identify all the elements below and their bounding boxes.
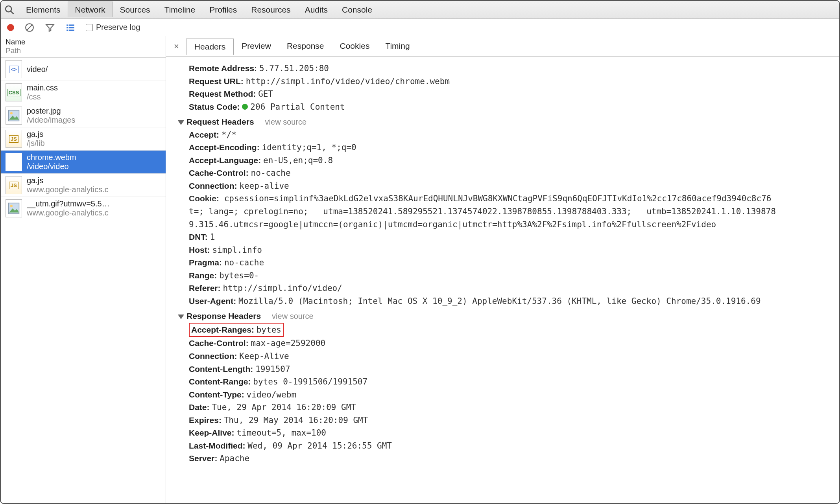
record-icon[interactable] — [7, 24, 14, 31]
header-row: Cache-Control: no-cache — [189, 167, 831, 180]
remote-address-label: Remote Address: — [189, 64, 257, 73]
remote-address-value: 5.77.51.205:80 — [259, 64, 329, 73]
cookie-line1: cpsession=simplinf%3aeDkLdG2elvxaS38KAur… — [224, 194, 772, 203]
filter-icon[interactable] — [45, 22, 55, 33]
svg-line-3 — [27, 25, 32, 30]
header-row: DNT: 1 — [189, 231, 831, 244]
chevron-down-icon — [178, 120, 184, 125]
header-row: User-Agent: Mozilla/5.0 (Macintosh; Inte… — [189, 295, 831, 308]
file-name: ga.js — [27, 176, 109, 185]
svg-rect-6 — [66, 27, 68, 28]
header-row: Connection: keep-alive — [189, 180, 831, 193]
file-path: /css — [27, 92, 58, 101]
request-row[interactable]: chrome.webm/video/video — [1, 151, 166, 174]
request-sidebar: Name Path <>video/CSSmain.css/cssposter.… — [1, 36, 166, 503]
file-thumb-icon — [6, 107, 22, 125]
file-name: poster.jpg — [27, 107, 75, 116]
chevron-down-icon — [178, 315, 184, 319]
request-row[interactable]: __utm.gif?utmwv=5.5…www.google-analytics… — [1, 197, 166, 220]
file-path: /video/video — [27, 162, 76, 171]
detail-tabs: × HeadersPreviewResponseCookiesTiming — [166, 36, 839, 57]
header-row: Server: Apache — [189, 452, 831, 465]
file-thumb-icon: <> — [6, 60, 22, 78]
request-url-value: http://simpl.info/video/video/chrome.web… — [246, 77, 450, 86]
tab-resources[interactable]: Resources — [244, 2, 297, 17]
headers-body: Remote Address: 5.77.51.205:80 Request U… — [166, 57, 839, 503]
response-headers-section[interactable]: Response Headers view source — [178, 310, 831, 323]
detail-tab-cookies[interactable]: Cookies — [332, 38, 378, 55]
cookie-label: Cookie: — [189, 194, 219, 203]
header-row: Accept-Ranges: bytes — [189, 323, 831, 337]
file-name: video/ — [27, 65, 48, 74]
file-thumb-icon — [6, 199, 22, 217]
header-row: Expires: Thu, 29 May 2014 16:20:09 GMT — [189, 414, 831, 427]
detail-tab-preview[interactable]: Preview — [234, 38, 279, 55]
header-row: Content-Range: bytes 0-1991506/1991507 — [189, 375, 831, 388]
close-icon[interactable]: × — [169, 41, 184, 52]
header-row: Last-Modified: Wed, 09 Apr 2014 15:26:55… — [189, 440, 831, 452]
svg-rect-9 — [69, 29, 74, 31]
header-row: Date: Tue, 29 Apr 2014 16:20:09 GMT — [189, 401, 831, 414]
header-row: Referer: http://simpl.info/video/ — [189, 282, 831, 295]
sidebar-header[interactable]: Name Path — [1, 36, 166, 58]
preserve-log-checkbox[interactable] — [86, 24, 93, 31]
header-row: Accept: */* — [189, 129, 831, 142]
request-row[interactable]: JSga.js/js/lib — [1, 127, 166, 151]
view-source-link[interactable]: view source — [272, 310, 314, 322]
tab-sources[interactable]: Sources — [113, 2, 157, 17]
tab-timeline[interactable]: Timeline — [157, 2, 203, 17]
tab-network[interactable]: Network — [68, 2, 113, 17]
request-list: <>video/CSSmain.css/cssposter.jpg/video/… — [1, 58, 166, 503]
header-row: Range: bytes=0- — [189, 269, 831, 282]
tab-elements[interactable]: Elements — [19, 2, 68, 17]
svg-point-13 — [10, 205, 13, 207]
svg-rect-4 — [66, 24, 68, 26]
preserve-log[interactable]: Preserve log — [86, 23, 140, 32]
panel-tabs: ElementsNetworkSourcesTimelineProfilesRe… — [1, 1, 839, 19]
search-icon[interactable] — [4, 4, 15, 15]
svg-rect-7 — [69, 27, 74, 28]
request-method-label: Request Method: — [189, 89, 256, 98]
response-headers-title: Response Headers — [186, 311, 261, 320]
request-row[interactable]: CSSmain.css/css — [1, 81, 166, 104]
network-toolbar: Preserve log — [1, 19, 839, 36]
request-row[interactable]: JSga.jswww.google-analytics.c — [1, 174, 166, 197]
header-row: Cache-Control: max-age=2592000 — [189, 337, 831, 350]
tab-profiles[interactable]: Profiles — [202, 2, 244, 17]
cookie-header: Cookie: cpsession=simplinf%3aeDkLdG2elvx… — [189, 192, 831, 231]
preserve-log-label: Preserve log — [96, 23, 140, 32]
detail-tab-response[interactable]: Response — [279, 38, 332, 55]
clear-icon[interactable] — [24, 22, 35, 33]
detail-tab-timing[interactable]: Timing — [377, 38, 417, 55]
column-name: Name — [6, 38, 161, 46]
svg-line-1 — [11, 11, 14, 14]
file-thumb-icon: JS — [6, 130, 22, 148]
view-source-link[interactable]: view source — [265, 116, 307, 128]
file-path: /video/images — [27, 116, 75, 125]
file-name: chrome.webm — [27, 153, 76, 162]
tab-console[interactable]: Console — [335, 2, 379, 17]
svg-point-11 — [10, 112, 13, 114]
file-thumb-icon: CSS — [6, 83, 22, 101]
svg-rect-8 — [66, 29, 68, 31]
file-name: main.css — [27, 83, 58, 92]
request-row[interactable]: poster.jpg/video/images — [1, 104, 166, 127]
header-row: Connection: Keep-Alive — [189, 350, 831, 363]
header-row: Content-Length: 1991507 — [189, 363, 831, 376]
request-row[interactable]: <>video/ — [1, 58, 166, 81]
header-row: Content-Type: video/webm — [189, 388, 831, 401]
svg-point-0 — [6, 6, 11, 12]
devtools-window: ElementsNetworkSourcesTimelineProfilesRe… — [0, 0, 840, 504]
header-row: Accept-Encoding: identity;q=1, *;q=0 — [189, 141, 831, 154]
tab-audits[interactable]: Audits — [298, 2, 335, 17]
detail-tab-headers[interactable]: Headers — [186, 39, 234, 55]
request-headers-section[interactable]: Request Headers view source — [178, 116, 831, 129]
header-row: Keep-Alive: timeout=5, max=100 — [189, 427, 831, 440]
request-method-value: GET — [258, 89, 273, 99]
view-list-icon[interactable] — [65, 22, 76, 33]
header-row: Accept-Language: en-US,en;q=0.8 — [189, 154, 831, 167]
file-name: __utm.gif?utmwv=5.5… — [27, 199, 110, 208]
file-path: www.google-analytics.c — [27, 185, 109, 194]
header-row: Host: simpl.info — [189, 244, 831, 257]
file-thumb-icon: JS — [6, 176, 22, 194]
